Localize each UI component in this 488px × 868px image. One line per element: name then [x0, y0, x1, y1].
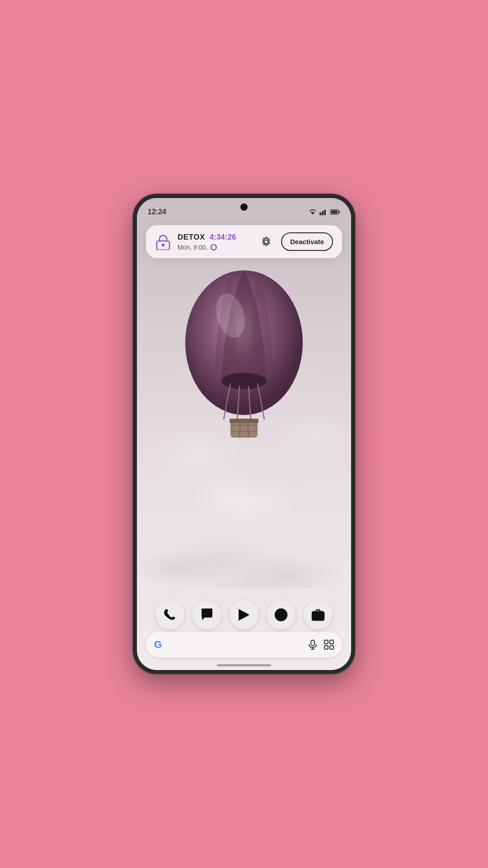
- widget-right: Deactivate: [258, 232, 333, 251]
- widget-info: DETOX 4:34:26 Mon, 9:00,: [178, 233, 236, 251]
- svg-rect-19: [339, 211, 340, 213]
- balloon: [172, 243, 316, 478]
- phone-icon: [163, 608, 177, 622]
- refresh-icon: [210, 244, 217, 251]
- svg-rect-22: [162, 244, 164, 246]
- app-dock: [146, 600, 342, 629]
- svg-rect-8: [230, 419, 258, 423]
- status-time: 12:24: [148, 208, 166, 216]
- google-lens-icon[interactable]: [324, 640, 334, 650]
- svg-point-29: [279, 613, 283, 617]
- deactivate-button[interactable]: Deactivate: [281, 232, 333, 251]
- svg-marker-13: [310, 212, 315, 215]
- camera-notch: [240, 203, 248, 211]
- svg-rect-35: [311, 640, 314, 646]
- svg-marker-26: [239, 609, 246, 621]
- svg-rect-40: [324, 646, 328, 649]
- chrome-icon: [274, 608, 288, 622]
- widget-title: DETOX: [178, 233, 205, 242]
- widget-left: DETOX 4:34:26 Mon, 9:00,: [155, 233, 236, 251]
- svg-rect-15: [322, 211, 324, 215]
- phone-frame: 12:24: [133, 194, 355, 674]
- camera-icon: [311, 608, 325, 622]
- svg-point-2: [221, 373, 267, 389]
- widget-timer: 4:34:26: [210, 233, 236, 242]
- svg-point-25: [264, 240, 268, 244]
- home-indicator[interactable]: [217, 664, 271, 666]
- battery-icon: [330, 209, 340, 215]
- svg-rect-38: [324, 640, 328, 644]
- settings-button[interactable]: [258, 233, 275, 250]
- microphone-icon[interactable]: [308, 640, 318, 650]
- svg-rect-17: [326, 209, 328, 215]
- clouds-layer: [137, 453, 351, 589]
- detox-icon: [155, 234, 171, 250]
- wifi-icon: [309, 209, 317, 215]
- svg-rect-41: [330, 646, 333, 649]
- phone-screen: 12:24: [137, 198, 351, 670]
- playstore-icon: [237, 608, 251, 622]
- google-g-logo: G: [154, 639, 162, 651]
- svg-marker-27: [246, 613, 249, 617]
- svg-marker-24: [211, 247, 212, 249]
- widget-subtitle: Mon, 9:00,: [178, 244, 236, 251]
- search-right-icons: [308, 640, 334, 650]
- dock-camera-icon[interactable]: [304, 600, 333, 629]
- dock-messages-icon[interactable]: [192, 600, 221, 629]
- svg-rect-39: [330, 640, 333, 644]
- svg-rect-16: [324, 210, 326, 215]
- svg-rect-20: [331, 211, 338, 214]
- signal-icon: [319, 209, 328, 215]
- status-icons: [309, 209, 340, 215]
- messages-icon: [200, 608, 214, 622]
- svg-point-34: [316, 613, 320, 618]
- widget-title-row: DETOX 4:34:26: [178, 233, 236, 242]
- detox-widget: DETOX 4:34:26 Mon, 9:00,: [146, 225, 342, 258]
- dock-chrome-icon[interactable]: [267, 600, 296, 629]
- dock-playstore-icon[interactable]: [230, 600, 258, 629]
- dock-phone-icon[interactable]: [155, 600, 184, 629]
- svg-rect-14: [319, 212, 321, 215]
- gear-icon: [260, 236, 272, 248]
- google-search-bar[interactable]: G: [146, 632, 342, 657]
